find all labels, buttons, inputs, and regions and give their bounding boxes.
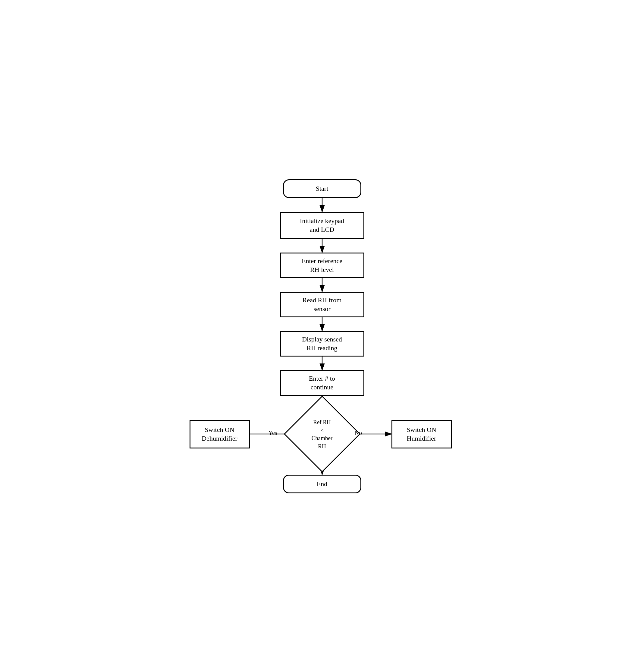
humidifier-label: Switch ON Humidifier: [407, 426, 436, 443]
no-label: No: [355, 429, 362, 436]
end-label: End: [317, 480, 327, 489]
yes-label: Yes: [269, 429, 277, 436]
start-node: Start: [283, 179, 361, 198]
init-label: Initialize keypad and LCD: [300, 217, 344, 234]
decision-node: Ref RH < Chamber RH: [265, 405, 380, 463]
enter-hash-node: Enter # to continue: [280, 370, 364, 396]
read-rh-node: Read RH from sensor: [280, 292, 364, 317]
flowchart: Start Initialize keypad and LCD Enter re…: [187, 176, 458, 478]
start-label: Start: [316, 184, 328, 193]
humidifier-node: Switch ON Humidifier: [391, 420, 452, 448]
enter-ref-label: Enter reference RH level: [302, 257, 342, 274]
enter-ref-node: Enter reference RH level: [280, 252, 364, 278]
dehumidifier-label: Switch ON Dehumidifier: [202, 426, 237, 443]
display-node: Display sensed RH reading: [280, 331, 364, 357]
decision-label: Ref RH < Chamber RH: [312, 418, 333, 450]
enter-hash-label: Enter # to continue: [309, 374, 335, 391]
display-label: Display sensed RH reading: [302, 335, 342, 352]
init-node: Initialize keypad and LCD: [280, 212, 364, 239]
read-rh-label: Read RH from sensor: [303, 296, 342, 313]
dehumidifier-node: Switch ON Dehumidifier: [189, 420, 250, 448]
end-node: End: [283, 475, 361, 493]
